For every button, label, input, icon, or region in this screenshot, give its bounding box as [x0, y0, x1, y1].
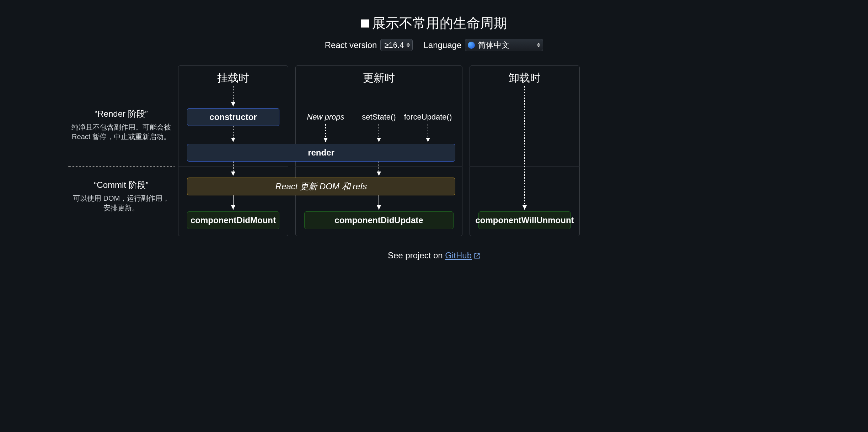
- trigger-forceupdate: forceUpdate(): [400, 112, 456, 122]
- lifecycle-diagram: “Render 阶段” 纯净且不包含副作用。可能会被 React 暂停，中止或重…: [178, 65, 690, 236]
- page-title: 展示不常用的生命周期: [372, 14, 507, 32]
- phase-commit-title: “Commit 阶段”: [71, 179, 171, 191]
- phase-render-label: “Render 阶段” 纯净且不包含副作用。可能会被 React 暂停，中止或重…: [71, 108, 171, 142]
- version-control: React version ≥16.4: [325, 39, 413, 51]
- phase-render-title: “Render 阶段”: [71, 108, 171, 120]
- controls-row: React version ≥16.4 Language 简体中文: [0, 39, 868, 51]
- col-unmount-divider: [470, 166, 580, 167]
- external-link-icon: [474, 253, 480, 259]
- github-link[interactable]: GitHub: [445, 251, 480, 260]
- language-control: Language 简体中文: [423, 39, 543, 51]
- node-willunmount[interactable]: componentWillUnmount: [478, 211, 571, 229]
- language-label: Language: [423, 40, 461, 50]
- footer-prefix: See project on: [388, 251, 445, 260]
- node-constructor[interactable]: constructor: [187, 108, 279, 126]
- col-mount-divider: [178, 166, 288, 167]
- show-uncommon-checkbox[interactable]: [361, 19, 369, 28]
- trigger-newprops: New props: [297, 112, 354, 122]
- node-didmount[interactable]: componentDidMount: [187, 211, 279, 229]
- col-update-divider: [295, 166, 462, 167]
- column-mount-title: 挂载时: [178, 66, 288, 85]
- phase-commit-label: “Commit 阶段” 可以使用 DOM，运行副作用，安排更新。: [71, 179, 171, 213]
- language-select[interactable]: 简体中文: [465, 39, 543, 51]
- node-didupdate[interactable]: componentDidUpdate: [304, 211, 454, 229]
- column-update-title: 更新时: [296, 66, 462, 85]
- node-dom-update: React 更新 DOM 和 refs: [187, 178, 455, 195]
- node-render[interactable]: render: [187, 144, 455, 162]
- version-select[interactable]: ≥16.4: [380, 39, 413, 51]
- header: 展示不常用的生命周期 React version ≥16.4 Language …: [0, 14, 868, 51]
- version-label: React version: [325, 40, 377, 50]
- column-unmount: 卸载时: [470, 65, 580, 236]
- title-row: 展示不常用的生命周期: [0, 14, 868, 32]
- footer: See project on GitHub: [0, 251, 868, 260]
- phase-render-desc: 纯净且不包含副作用。可能会被 React 暂停，中止或重新启动。: [71, 122, 171, 142]
- phase-commit-desc: 可以使用 DOM，运行副作用，安排更新。: [71, 194, 171, 213]
- phase-divider-dotted: [68, 166, 175, 167]
- column-unmount-title: 卸载时: [470, 66, 579, 85]
- trigger-setstate: setState(): [350, 112, 407, 122]
